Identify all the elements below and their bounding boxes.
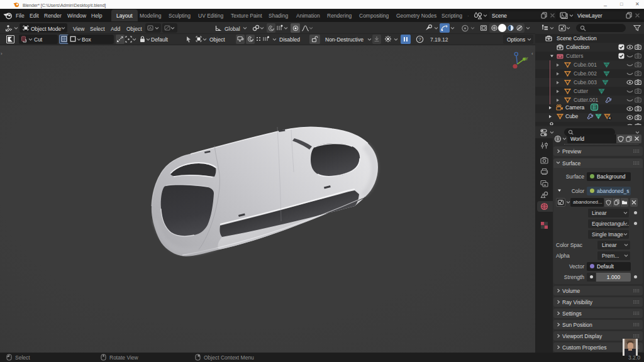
- svg-text:?: ?: [418, 36, 421, 42]
- svg-text:Y: Y: [525, 57, 528, 61]
